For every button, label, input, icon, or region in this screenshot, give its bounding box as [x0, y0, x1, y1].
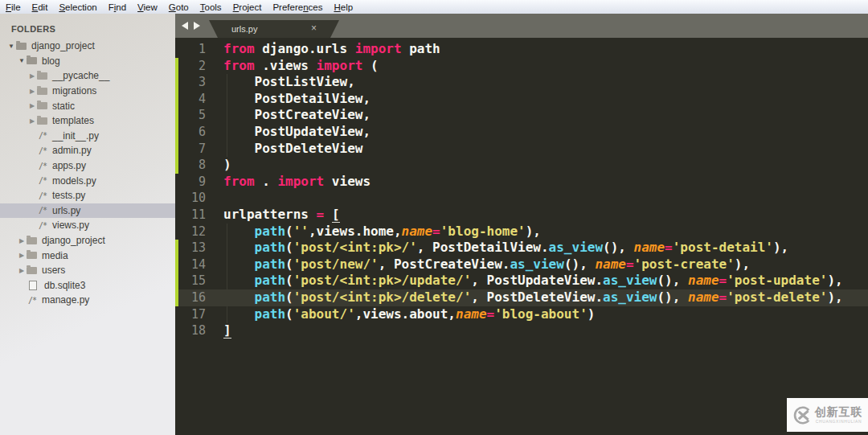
- tree-item-tests-py[interactable]: /*tests.py: [0, 188, 175, 203]
- menu-selection[interactable]: Selection: [53, 2, 102, 12]
- line-number: 14: [175, 256, 206, 273]
- menu-project[interactable]: Project: [227, 2, 268, 12]
- line-number: 17: [175, 306, 206, 323]
- tree-item-users[interactable]: ▶users: [0, 263, 175, 278]
- tab-bar: urls.py ×: [175, 14, 868, 38]
- tree-item-django-project[interactable]: ▼django_project: [0, 39, 175, 54]
- tab-close-icon[interactable]: ×: [311, 23, 317, 34]
- line-number: 2: [175, 58, 206, 75]
- line-number: 13: [175, 240, 206, 256]
- tree-item-admin-py[interactable]: /*admin.py: [0, 143, 175, 158]
- tab-scroll-right-icon[interactable]: [194, 22, 200, 30]
- folders-header: FOLDERS: [0, 14, 175, 39]
- tree-item-label: templates: [52, 115, 94, 126]
- tree-item-label: tests.py: [52, 190, 85, 201]
- tree-item--pycache-[interactable]: ▶__pycache__: [0, 68, 175, 84]
- tree-item-models-py[interactable]: /*models.py: [0, 173, 175, 188]
- code-line[interactable]: 3 PostListView,: [175, 74, 868, 91]
- line-number: 1: [175, 41, 206, 58]
- tab-label: urls.py: [231, 24, 257, 34]
- sublime-text-window: FileEditSelectionFindViewGotoToolsProjec…: [0, 0, 868, 435]
- code-line[interactable]: 12 path('',views.home,name='blog-home'),: [175, 224, 868, 240]
- code-line[interactable]: 17 path('about/',views.about,name='blog-…: [175, 306, 868, 323]
- code-line[interactable]: 15 path('post/<int:pk>/update/', PostUpd…: [175, 273, 868, 289]
- tree-item-apps-py[interactable]: /*apps.py: [0, 158, 175, 174]
- chevron-down-icon[interactable]: ▼: [6, 43, 16, 50]
- tree-item-migrations[interactable]: ▶migrations: [0, 84, 175, 99]
- folder-icon: [37, 117, 47, 125]
- code-line[interactable]: 14 path('post/new/', PostCreateView.as_v…: [175, 256, 868, 273]
- code-line[interactable]: 1from django.urls import path: [175, 41, 868, 58]
- tree-item-label: manage.py: [42, 294, 89, 306]
- chevron-right-icon[interactable]: ▶: [27, 117, 37, 125]
- tree-item-label: db.sqlite3: [44, 280, 85, 291]
- line-number: 15: [175, 273, 206, 289]
- chevron-right-icon[interactable]: ▶: [17, 267, 27, 274]
- menu-find[interactable]: Find: [103, 2, 132, 12]
- code-line[interactable]: 2from .views import (: [175, 58, 868, 75]
- line-number: 6: [175, 124, 206, 141]
- python-file-icon: /*: [27, 296, 38, 305]
- tree-item-manage-py[interactable]: /*manage.py: [0, 293, 175, 308]
- menu-file[interactable]: File: [0, 2, 27, 12]
- code-text: from .views import (: [223, 58, 379, 75]
- tree-item-label: __pycache__: [52, 70, 109, 81]
- chevron-right-icon[interactable]: ▶: [27, 102, 37, 109]
- code-text: PostDeleteView: [223, 141, 362, 158]
- python-file-icon: /*: [37, 131, 48, 140]
- tree-item-templates[interactable]: ▶templates: [0, 113, 175, 129]
- chevron-right-icon[interactable]: ▶: [17, 252, 27, 259]
- folder-icon: [27, 237, 37, 244]
- chevron-right-icon[interactable]: ▶: [17, 237, 27, 244]
- menu-help[interactable]: Help: [328, 2, 358, 12]
- tab-scroll-left-icon[interactable]: [182, 22, 188, 30]
- line-number: 8: [175, 157, 206, 174]
- code-line[interactable]: 4 PostDetailView,: [175, 91, 868, 108]
- tree-item--init-py[interactable]: /*__init__.py: [0, 129, 175, 144]
- folder-icon: [27, 267, 37, 274]
- tree-item-static[interactable]: ▶static: [0, 98, 175, 113]
- code-text: urlpatterns = [: [223, 207, 340, 224]
- chevron-right-icon[interactable]: ▶: [27, 88, 37, 95]
- code-line[interactable]: 9from . import views: [175, 174, 868, 191]
- code-line[interactable]: 6 PostUpdateView,: [175, 124, 868, 141]
- code-line[interactable]: 18]: [175, 322, 868, 339]
- chevron-right-icon[interactable]: ▶: [27, 72, 37, 80]
- code-text: PostCreateView,: [223, 107, 371, 124]
- code-text: PostUpdateView,: [223, 124, 371, 141]
- tree-item-views-py[interactable]: /*views.py: [0, 218, 175, 233]
- tree-item-db-sqlite3[interactable]: db.sqlite3: [0, 278, 175, 293]
- code-text: ): [223, 157, 231, 174]
- tree-item-media[interactable]: ▶media: [0, 248, 175, 263]
- python-file-icon: /*: [37, 162, 48, 170]
- chevron-down-icon[interactable]: ▼: [17, 57, 27, 64]
- menu-view[interactable]: View: [132, 2, 163, 12]
- menu-bar: FileEditSelectionFindViewGotoToolsProjec…: [0, 0, 868, 14]
- line-number: 10: [175, 190, 206, 207]
- tree-item-blog[interactable]: ▼blog: [0, 54, 175, 69]
- code-text: path('about/',views.about,name='blog-abo…: [223, 306, 595, 323]
- menu-edit[interactable]: Edit: [27, 2, 54, 12]
- python-file-icon: /*: [37, 191, 48, 200]
- tree-item-label: django_project: [42, 235, 105, 246]
- code-line[interactable]: 13 path('post/<int:pk>/', PostDetailView…: [175, 240, 868, 256]
- line-number: 4: [175, 91, 206, 108]
- menu-goto[interactable]: Goto: [163, 2, 194, 12]
- code-line[interactable]: 11urlpatterns = [: [175, 207, 868, 224]
- folder-icon: [16, 43, 27, 50]
- tree-item-label: media: [42, 250, 68, 261]
- tab-urls-py[interactable]: urls.py ×: [209, 20, 339, 38]
- tree-item-django-project[interactable]: ▶django_project: [0, 233, 175, 248]
- code-editor[interactable]: 1from django.urls import path2from .view…: [175, 38, 868, 435]
- code-line[interactable]: 7 PostDeleteView: [175, 141, 868, 158]
- python-file-icon: /*: [37, 176, 48, 185]
- code-line[interactable]: 10: [175, 190, 868, 207]
- tree-item-label: admin.py: [52, 145, 92, 156]
- menu-preferences[interactable]: Preferences: [267, 2, 328, 12]
- menu-tools[interactable]: Tools: [194, 2, 227, 12]
- tree-item-urls-py[interactable]: /*urls.py: [0, 203, 175, 219]
- chuangxin-logo-icon: [792, 405, 813, 425]
- code-line[interactable]: 8): [175, 157, 868, 174]
- code-line[interactable]: 5 PostCreateView,: [175, 107, 868, 124]
- code-line[interactable]: 16 path('post/<int:pk>/delete/', PostDel…: [175, 289, 868, 306]
